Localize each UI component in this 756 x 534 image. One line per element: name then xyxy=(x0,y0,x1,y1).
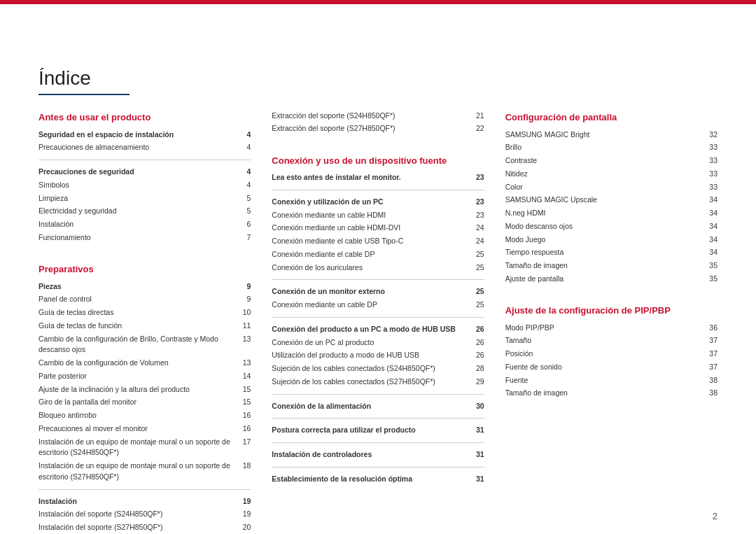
toc-label: Instalación xyxy=(38,218,232,232)
section-block: Extracción del soporte (S24H850QF*)21Ext… xyxy=(272,109,484,143)
toc-label: Sujeción de los cables conectados (S27H8… xyxy=(272,375,470,388)
toc-label: Instalación de controladores xyxy=(272,449,470,462)
toc-label: Utilización del producto a modo de HUB U… xyxy=(272,349,470,363)
toc-label: Conexión mediante un cable HDMI-DVI xyxy=(272,222,470,235)
toc-label: Tiempo respuesta xyxy=(505,246,692,260)
toc-number: 37 xyxy=(682,348,718,361)
toc-number: 13 xyxy=(238,357,251,370)
table-row: Modo PIP/PBP36 xyxy=(505,321,718,335)
toc-number: 18 xyxy=(238,460,251,484)
column-3: Configuración de pantallaSAMSUNG MAGIC B… xyxy=(505,109,718,534)
toc-label: Funcionamiento xyxy=(38,231,232,244)
toc-number: 26 xyxy=(470,336,484,349)
table-row: Modo descanso ojos34 xyxy=(505,220,718,233)
toc-number: 20 xyxy=(238,521,251,535)
toc-label: Precauciones al mover el monitor xyxy=(38,422,238,435)
section-title: Antes de usar el producto xyxy=(38,112,251,122)
toc-label: Instalación del soporte (S27H850QF*) xyxy=(38,521,238,535)
toc-label: Bloqueo antirrobo xyxy=(38,409,238,423)
table-row: Contraste33 xyxy=(505,155,718,168)
table-row: Conexión de un PC al producto26 xyxy=(272,336,484,349)
toc-label: SAMSUNG MAGIC Bright xyxy=(505,128,692,141)
toc-label: Seguridad en el espacio de instalación xyxy=(38,128,232,141)
table-row: Cambio de la configuración de Volumen13 xyxy=(38,357,251,370)
toc-number: 4 xyxy=(232,128,251,141)
toc-number: 35 xyxy=(692,272,718,286)
toc-number: 5 xyxy=(232,192,251,205)
toc-number: 24 xyxy=(470,222,484,235)
toc-label: Sujeción de los cables conectados (S24H8… xyxy=(272,363,470,376)
table-row: Fuente38 xyxy=(505,374,718,387)
toc-label: Parte posterior xyxy=(38,370,238,383)
toc-number: 25 xyxy=(470,299,484,312)
table-row: Conexión mediante un cable HDMI23 xyxy=(272,209,484,222)
table-row: Tamaño de imagen35 xyxy=(505,260,718,273)
table-row: Piezas9 xyxy=(38,280,251,293)
toc-label: Guía de teclas de función xyxy=(38,319,238,332)
page: Índice Antes de usar el productoSegurida… xyxy=(0,0,756,534)
toc-label: Conexión de la alimentación xyxy=(272,400,470,413)
table-row: Tamaño37 xyxy=(505,335,718,348)
table-row: Establecimiento de la resolución óptima3… xyxy=(272,472,484,486)
toc-label: SAMSUNG MAGIC Upscale xyxy=(505,194,692,207)
table-row: Color33 xyxy=(505,181,718,194)
toc-label: N.neg HDMI xyxy=(505,207,692,220)
toc-table: Lea esto antes de instalar el monitor.23… xyxy=(272,171,484,486)
page-title: Índice xyxy=(38,48,718,90)
toc-label: Conexión mediante el cable DP xyxy=(272,248,470,261)
toc-label: Fuente xyxy=(505,374,682,387)
toc-label: Cambio de la configuración de Volumen xyxy=(38,357,238,370)
toc-label: Panel de control xyxy=(38,293,238,307)
table-row: Instalación de un equipo de montaje mura… xyxy=(38,435,251,460)
toc-number: 31 xyxy=(470,424,484,437)
toc-label: Limpieza xyxy=(38,192,232,205)
toc-label: Tamaño de imagen xyxy=(505,387,682,400)
toc-table: Modo PIP/PBP36Tamaño37Posición37Fuente d… xyxy=(505,321,718,400)
toc-number: 4 xyxy=(232,141,251,155)
toc-number: 23 xyxy=(470,195,484,209)
table-row: Instalación19 xyxy=(38,495,251,508)
toc-label: Conexión de los auriculares xyxy=(272,261,470,274)
table-row: Seguridad en el espacio de instalación4 xyxy=(38,128,251,141)
toc-number: 34 xyxy=(692,207,718,220)
table-row: Tiempo respuesta34 xyxy=(505,246,718,260)
toc-number: 4 xyxy=(232,178,251,192)
toc-label: Color xyxy=(505,181,692,194)
table-row: Lea esto antes de instalar el monitor.23 xyxy=(272,171,484,185)
toc-label: Precauciones de almacenamiento xyxy=(38,141,232,155)
section-title: Preparativos xyxy=(38,264,251,274)
toc-table: SAMSUNG MAGIC Bright32Brillo33Contraste3… xyxy=(505,128,718,286)
toc-label: Precauciones de seguridad xyxy=(38,166,232,179)
toc-number: 6 xyxy=(232,218,251,232)
table-row: Instalación de controladores31 xyxy=(272,449,484,462)
table-row: Conexión mediante un cable DP25 xyxy=(272,299,484,312)
toc-number: 14 xyxy=(238,370,251,383)
toc-number: 37 xyxy=(682,335,718,348)
table-row: Conexión de la alimentación30 xyxy=(272,400,484,413)
toc-label: Modo descanso ojos xyxy=(505,220,692,233)
toc-label: Instalación de un equipo de montaje mura… xyxy=(38,435,238,460)
table-row: N.neg HDMI34 xyxy=(505,207,718,220)
toc-number: 26 xyxy=(470,323,484,336)
table-row: Conexión de un monitor externo25 xyxy=(272,286,484,299)
toc-label: Postura correcta para utilizar el produc… xyxy=(272,424,470,437)
toc-number: 16 xyxy=(238,409,251,423)
table-row: Extracción del soporte (S24H850QF*)21 xyxy=(272,109,484,122)
toc-label: Electricidad y seguridad xyxy=(38,205,232,218)
toc-label: Conexión de un PC al producto xyxy=(272,336,470,349)
toc-label: Cambio de la configuración de Brillo, Co… xyxy=(38,332,238,357)
table-row: Guía de teclas de función11 xyxy=(38,319,251,332)
column-2: Extracción del soporte (S24H850QF*)21Ext… xyxy=(272,109,484,534)
table-row: Fuente de sonido37 xyxy=(505,360,718,374)
toc-label: Tamaño de imagen xyxy=(505,260,692,273)
toc-label: Brillo xyxy=(505,141,692,155)
table-row: Sujeción de los cables conectados (S27H8… xyxy=(272,375,484,388)
toc-number: 25 xyxy=(470,286,484,299)
toc-number: 34 xyxy=(692,220,718,233)
table-row: Conexión y utilización de un PC23 xyxy=(272,195,484,209)
toc-label: Instalación de un equipo de montaje mura… xyxy=(38,460,238,484)
table-row: Sujeción de los cables conectados (S24H8… xyxy=(272,363,484,376)
toc-number: 11 xyxy=(238,319,251,332)
column-1: Antes de usar el productoSeguridad en el… xyxy=(38,109,251,534)
toc-number: 22 xyxy=(465,122,484,136)
